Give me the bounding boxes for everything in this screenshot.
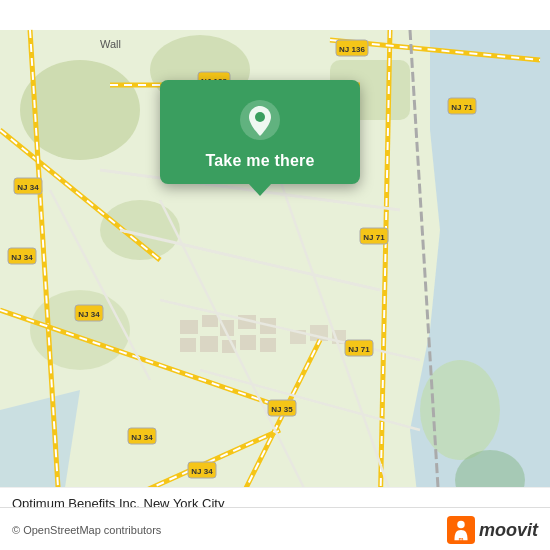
svg-rect-10 [180,320,198,334]
moovit-brand: m moovit [447,516,538,544]
svg-rect-19 [260,338,276,352]
take-me-there-label: Take me there [205,152,314,170]
location-pin-icon [238,98,282,142]
map-container: NJ 34 NJ 34 NJ 34 NJ 34 NJ 34 NJ 35 NJ 7… [0,0,550,550]
map-attribution: © OpenStreetMap contributors [12,524,161,536]
svg-rect-16 [200,336,218,352]
moovit-logo-icon: m [447,516,475,544]
svg-point-6 [100,200,180,260]
svg-text:NJ 71: NJ 71 [348,345,370,354]
take-me-there-button[interactable]: Take me there [160,80,360,184]
svg-text:NJ 34: NJ 34 [191,467,213,476]
svg-text:NJ 34: NJ 34 [131,433,153,442]
svg-point-73 [457,521,464,528]
svg-rect-15 [180,338,196,352]
svg-rect-18 [240,335,256,350]
svg-text:NJ 136: NJ 136 [339,45,365,54]
moovit-text: moovit [479,520,538,541]
svg-text:m: m [458,536,463,542]
svg-rect-11 [202,315,218,327]
svg-text:NJ 71: NJ 71 [363,233,385,242]
svg-text:NJ 34: NJ 34 [11,253,33,262]
svg-text:NJ 34: NJ 34 [17,183,39,192]
svg-text:NJ 71: NJ 71 [451,103,473,112]
bottom-bar: © OpenStreetMap contributors m moovit [0,507,550,550]
svg-text:Wall: Wall [100,38,121,50]
svg-text:NJ 34: NJ 34 [78,310,100,319]
svg-point-71 [255,112,265,122]
svg-text:NJ 35: NJ 35 [271,405,293,414]
